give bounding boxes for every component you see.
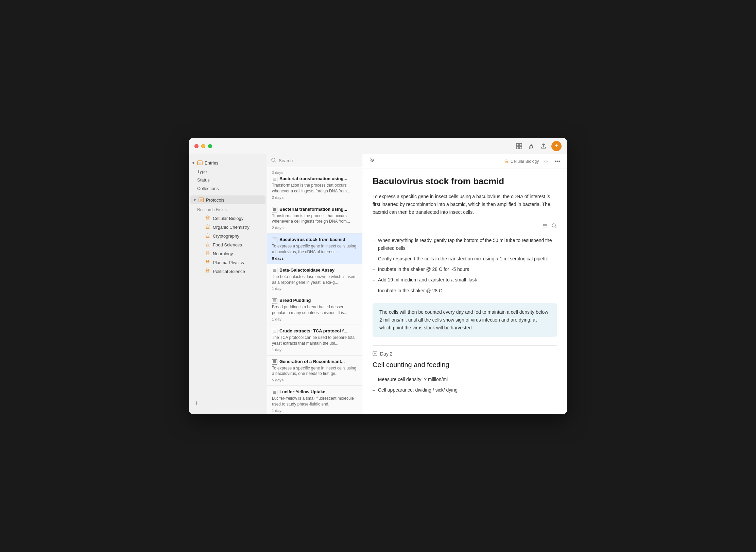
cellular-biology-icon: 🏛	[205, 215, 210, 221]
sidebar-footer: +	[189, 395, 267, 411]
main-content: ▼ Entries Type Status Collections	[189, 154, 567, 414]
article-title: Baculovirus stock from bacmid	[279, 237, 345, 242]
research-fields-label: Research Fields	[193, 206, 267, 214]
plasma-physics-label: Plasma Physics	[213, 260, 244, 265]
article-item[interactable]: Bacterial transformation using... Transf…	[267, 203, 362, 234]
sidebar-item-collections[interactable]: Collections	[189, 184, 267, 193]
article-item[interactable]: Generation of a Recombinant... To expres…	[267, 356, 362, 386]
article-item[interactable]: 3 days Bacterial transformation using...…	[267, 167, 362, 203]
more-button[interactable]: •••	[553, 158, 562, 165]
food-sciences-label: Food Sciences	[213, 242, 242, 247]
collapse-button[interactable]	[368, 157, 377, 166]
article-item[interactable]: Lucifer-Yellow Uptake Lucifer-Yellow is …	[267, 386, 362, 414]
organic-chemistry-label: Organic Chemistry	[213, 225, 250, 230]
status-label: Status	[197, 177, 210, 183]
article-item[interactable]: Baculovirus stock from bacmid To express…	[267, 234, 362, 264]
article-excerpt: Transformation is the process that occur…	[272, 183, 357, 194]
protocols-label: Protocols	[206, 197, 224, 203]
sidebar-item-cryptography[interactable]: 🏛 Cryptography	[193, 231, 267, 240]
article-title-row: Beta-Galactosidase Assay	[272, 268, 357, 274]
toolbar-actions: +	[515, 141, 562, 151]
research-fields-group: Research Fields 🏛 Cellular Biology 🏛 Org…	[189, 206, 267, 276]
sidebar-item-status[interactable]: Status	[189, 176, 267, 184]
right-toolbar-left	[368, 157, 377, 166]
collection-tag-label: Cellular Biology	[511, 159, 539, 164]
divider	[373, 345, 557, 346]
article-item[interactable]: Bread Pudding Bread pudding is a bread-b…	[267, 294, 362, 325]
content-search-button[interactable]	[551, 223, 557, 230]
article-days: 1 day	[272, 317, 357, 321]
right-toolbar: 🏛 Cellular Biology ☆ •••	[362, 154, 567, 169]
sidebar-item-food-sciences[interactable]: 🏛 Food Sciences	[193, 240, 267, 249]
sidebar-item-neurology[interactable]: 🏛 Neurology	[193, 249, 267, 258]
grid-view-button[interactable]	[515, 142, 523, 151]
traffic-lights	[194, 144, 212, 148]
content-toolbar	[373, 223, 557, 230]
neurology-icon: 🏛	[205, 251, 210, 256]
political-science-icon: 🏛	[205, 269, 210, 274]
sidebar-add-button[interactable]: +	[194, 399, 199, 407]
article-title: Bacterial transformation using...	[279, 207, 347, 212]
article-days: 8 days	[272, 256, 357, 260]
svg-rect-4	[197, 161, 202, 165]
add-new-button[interactable]: +	[551, 141, 562, 151]
article-days: 1 day	[272, 348, 357, 352]
svg-line-11	[275, 161, 276, 162]
minimize-button[interactable]	[201, 144, 205, 148]
article-days: 1 day	[272, 409, 357, 413]
bullet-item: When everything is ready, gently tap the…	[373, 235, 557, 254]
article-title: Baculovirus stock from bacmid	[373, 176, 557, 187]
middle-panel: 3 days Bacterial transformation using...…	[267, 154, 362, 414]
like-button[interactable]	[527, 142, 536, 151]
title-bar: +	[189, 138, 567, 154]
sidebar-item-plasma-physics[interactable]: 🏛 Plasma Physics	[193, 258, 267, 267]
article-excerpt: The TCA protocol can be used to prepare …	[272, 335, 357, 346]
close-button[interactable]	[194, 144, 199, 148]
highlight-text: The cells will then be counted every day…	[379, 309, 548, 330]
article-title: Crude extracts: TCA protocol f...	[279, 328, 347, 333]
article-title-row: Bacterial transformation using...	[272, 176, 357, 183]
article-days: 1 day	[272, 287, 357, 291]
sidebar-item-cellular-biology[interactable]: 🏛 Cellular Biology	[193, 214, 267, 223]
bullet-item: Gently resuspend the cells in the transf…	[373, 254, 557, 264]
bullet-item: Incubate in the shaker @ 28 C	[373, 286, 557, 296]
organic-chemistry-icon: 🏛	[205, 224, 210, 230]
sidebar-item-political-science[interactable]: 🏛 Political Science	[193, 267, 267, 276]
share-button[interactable]	[539, 142, 548, 151]
neurology-label: Neurology	[213, 251, 233, 256]
article-excerpt: The beta-galactosidase enzyme which is u…	[272, 274, 357, 286]
protocols-header[interactable]: ▼ Protocols	[190, 195, 265, 204]
search-input[interactable]	[279, 158, 358, 163]
article-item[interactable]: Beta-Galactosidase Assay The beta-galact…	[267, 264, 362, 295]
article-item[interactable]: Crude extracts: TCA protocol f... The TC…	[267, 325, 362, 356]
protocol-icon	[272, 390, 277, 395]
entries-section: ▼ Entries Type Status Collections	[189, 157, 267, 194]
article-title-row: Crude extracts: TCA protocol f...	[272, 328, 357, 335]
protocol-icon	[272, 268, 277, 273]
protocol-icon	[272, 298, 277, 304]
protocols-chevron: ▼	[193, 198, 196, 202]
sidebar-item-organic-chemistry[interactable]: 🏛 Organic Chemistry	[193, 223, 267, 231]
protocol-icon	[272, 238, 277, 243]
protocols-section: ▼ Protocols Research Fields 🏛 C	[189, 194, 267, 277]
bullet-list: When everything is ready, gently tap the…	[373, 235, 557, 296]
article-title: Bacterial transformation using...	[279, 176, 347, 181]
day2-icon	[373, 351, 377, 357]
cryptography-icon: 🏛	[205, 233, 210, 239]
article-days: 5 days	[272, 378, 357, 382]
protocol-icon	[272, 177, 277, 182]
entries-label: Entries	[205, 160, 218, 166]
article-title: Lucifer-Yellow Uptake	[279, 389, 325, 394]
article-excerpt: Lucifer-Yellow is a small fluorescent mo…	[272, 396, 357, 407]
bullet-item: Add 19 ml medium and transfer to a small…	[373, 275, 557, 285]
list-style-button[interactable]	[543, 223, 548, 230]
svg-rect-1	[519, 143, 522, 146]
day2-bullet-list: Measure cell density: ? million/mlCell a…	[373, 374, 557, 395]
entries-header[interactable]: ▼ Entries	[189, 158, 267, 167]
maximize-button[interactable]	[208, 144, 212, 148]
entries-chevron: ▼	[192, 161, 195, 165]
star-button[interactable]: ☆	[542, 158, 550, 166]
article-excerpt: To express a specific gene in insect cel…	[272, 365, 357, 377]
sidebar-item-type[interactable]: Type	[189, 167, 267, 176]
svg-line-16	[555, 227, 556, 228]
